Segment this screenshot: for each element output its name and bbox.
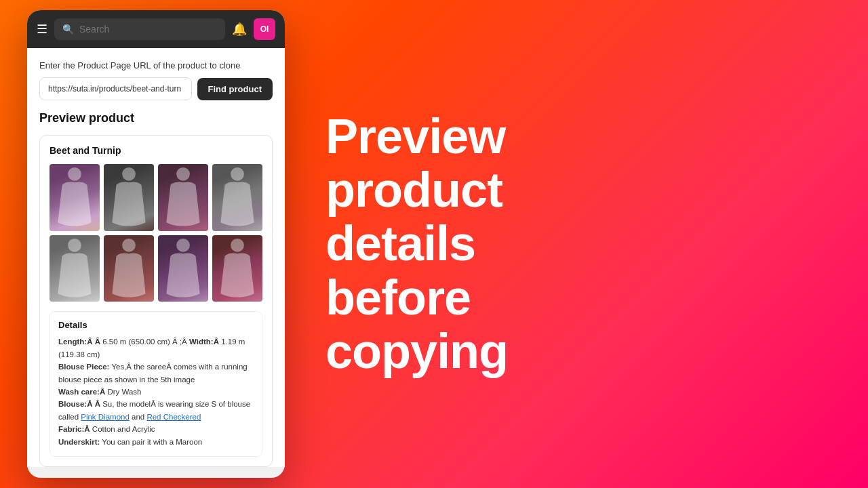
wash-care-label: Wash care:Â Dry Wash [58, 388, 142, 396]
product-image-3 [158, 164, 208, 231]
find-product-button[interactable]: Find product [197, 78, 273, 100]
svg-point-6 [176, 239, 190, 252]
hero-line-4: before [326, 270, 471, 325]
length-label: Length:Â Â 6.50 m (650.00 cm) Â ;Â Width… [58, 338, 245, 358]
url-label: Enter the Product Page URL of the produc… [39, 60, 273, 70]
product-card: Beet and Turnip [39, 135, 273, 467]
product-image-7 [158, 235, 208, 302]
red-checkered-link[interactable]: Red Checkered [146, 413, 201, 421]
pink-diamond-link[interactable]: Pink Diamond [81, 413, 130, 421]
url-input[interactable] [39, 77, 192, 100]
product-image-1 [50, 164, 100, 231]
hero-line-2: product [326, 163, 502, 217]
details-heading: Details [58, 320, 254, 330]
search-bar-container[interactable]: 🔍 [54, 18, 225, 40]
svg-point-4 [68, 239, 81, 252]
blouse-piece-label: Blouse Piece: Yes,Â the sareeÂ comes wit… [58, 363, 248, 383]
hamburger-icon[interactable]: ☰ [37, 22, 47, 37]
svg-point-7 [231, 239, 244, 252]
svg-point-1 [122, 167, 136, 181]
product-image-grid [50, 164, 262, 302]
svg-point-2 [176, 167, 190, 181]
url-input-row: Find product [39, 77, 273, 100]
fabric-label: Fabric:Â Cotton and Acrylic [58, 425, 155, 433]
blouse-label: Blouse:Â Â Su, the modelÂ is wearing siz… [58, 400, 250, 420]
url-section: Enter the Product Page URL of the produc… [39, 60, 273, 100]
svg-point-3 [231, 167, 244, 181]
hero-line-5: copying [326, 324, 508, 378]
svg-point-5 [122, 239, 136, 252]
product-name: Beet and Turnip [50, 145, 262, 156]
phone-mockup: ☰ 🔍 🔔 Ol Enter the Product Page URL of t… [27, 10, 285, 478]
hero-heading: Preview product details before copying [326, 110, 854, 378]
details-section: Details Length:Â Â 6.50 m (650.00 cm) Â … [50, 311, 262, 457]
svg-point-0 [68, 167, 81, 181]
details-text: Length:Â Â 6.50 m (650.00 cm) Â ;Â Width… [58, 336, 254, 448]
bell-icon[interactable]: 🔔 [232, 22, 247, 37]
hero-text-block: Preview product details before copying [285, 110, 854, 378]
product-image-5 [50, 235, 100, 302]
nav-icons: 🔔 Ol [232, 18, 275, 40]
product-image-6 [104, 235, 154, 302]
underskirt-label: Underskirt: You can pair it with a Maroo… [58, 438, 202, 446]
preview-section-title: Preview product [39, 111, 273, 125]
page-content: Enter the Product Page URL of the produc… [27, 48, 285, 467]
product-image-8 [212, 235, 262, 302]
top-navigation: ☰ 🔍 🔔 Ol [27, 10, 285, 48]
hero-line-3: details [326, 216, 475, 270]
avatar[interactable]: Ol [254, 18, 275, 40]
hero-line-1: Preview [326, 109, 505, 163]
product-image-4 [212, 164, 262, 231]
search-input[interactable] [79, 24, 217, 35]
product-image-2 [104, 164, 154, 231]
search-icon: 🔍 [62, 24, 74, 35]
